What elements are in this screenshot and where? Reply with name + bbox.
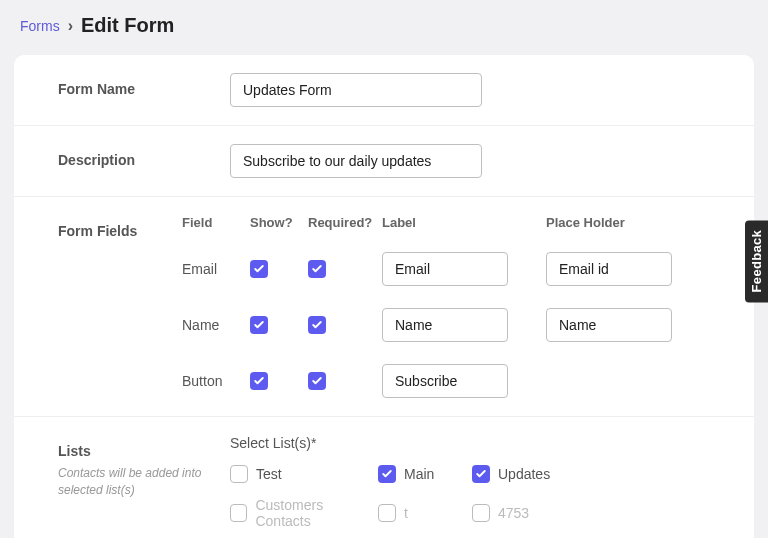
field-name-name: Name — [182, 317, 250, 333]
label-form-name: Form Name — [58, 73, 230, 97]
required-checkbox-email[interactable] — [308, 260, 326, 278]
list-row: Customers Contacts t 4753 — [230, 497, 710, 529]
checkbox-icon — [472, 504, 490, 522]
list-item-label: t — [404, 505, 408, 521]
placeholder-input-email[interactable] — [546, 252, 672, 286]
lists-head: Select List(s)* — [230, 435, 710, 451]
list-item-label: Main — [404, 466, 434, 482]
label-lists: Lists Contacts will be added into select… — [58, 435, 230, 499]
list-item-t[interactable]: t — [378, 497, 472, 529]
col-placeholder: Place Holder — [546, 215, 710, 230]
list-item-test[interactable]: Test — [230, 465, 378, 483]
checkbox-icon — [378, 465, 396, 483]
form-fields-grid: Field Show? Required? Label Place Holder… — [182, 215, 710, 398]
required-checkbox-name[interactable] — [308, 316, 326, 334]
label-input-email[interactable] — [382, 252, 508, 286]
row-form-name: Form Name — [14, 55, 754, 126]
col-field: Field — [182, 215, 250, 230]
list-item-main[interactable]: Main — [378, 465, 472, 483]
form-name-input[interactable] — [230, 73, 482, 107]
list-item-4753[interactable]: 4753 — [472, 497, 592, 529]
label-description: Description — [58, 144, 230, 168]
label-input-name[interactable] — [382, 308, 508, 342]
feedback-tab[interactable]: Feedback — [745, 220, 768, 302]
list-item-label: Customers Contacts — [255, 497, 378, 529]
list-item-label: 4753 — [498, 505, 529, 521]
list-item-label: Test — [256, 466, 282, 482]
checkbox-icon — [472, 465, 490, 483]
col-label: Label — [382, 215, 546, 230]
checkbox-icon — [378, 504, 396, 522]
row-description: Description — [14, 126, 754, 197]
lists-title: Lists — [58, 443, 91, 459]
page-title: Edit Form — [81, 14, 174, 37]
field-name-email: Email — [182, 261, 250, 277]
list-row: Test Main Updates — [230, 465, 710, 483]
breadcrumb-link-forms[interactable]: Forms — [20, 18, 60, 34]
show-checkbox-name[interactable] — [250, 316, 268, 334]
label-form-fields: Form Fields — [58, 215, 182, 239]
checkbox-icon — [230, 504, 247, 522]
lists-subtext: Contacts will be added into selected lis… — [58, 465, 230, 499]
checkbox-icon — [230, 465, 248, 483]
list-item-label: Updates — [498, 466, 550, 482]
list-item-updates[interactable]: Updates — [472, 465, 592, 483]
description-input[interactable] — [230, 144, 482, 178]
breadcrumb: Forms › Edit Form — [0, 0, 768, 49]
show-checkbox-email[interactable] — [250, 260, 268, 278]
label-input-button[interactable] — [382, 364, 508, 398]
placeholder-input-name[interactable] — [546, 308, 672, 342]
show-checkbox-button[interactable] — [250, 372, 268, 390]
col-show: Show? — [250, 215, 308, 230]
field-name-button: Button — [182, 373, 250, 389]
form-card: Form Name Description Form Fields Field … — [14, 55, 754, 538]
list-item-customers[interactable]: Customers Contacts — [230, 497, 378, 529]
required-checkbox-button[interactable] — [308, 372, 326, 390]
col-required: Required? — [308, 215, 382, 230]
row-lists: Lists Contacts will be added into select… — [14, 417, 754, 538]
chevron-right-icon: › — [68, 17, 73, 35]
row-form-fields: Form Fields Field Show? Required? Label … — [14, 197, 754, 417]
